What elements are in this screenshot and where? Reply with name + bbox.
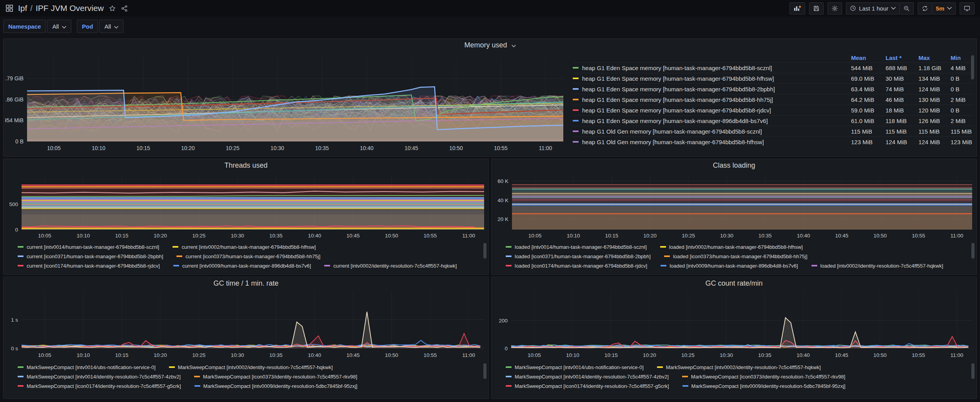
series-label: MarkSweepCompact [intv0014/ubs-notificat… [27, 364, 156, 370]
legend-column-header[interactable]: Max [918, 54, 951, 61]
legend-item[interactable]: loaded [intv0002/human-task-manager-6794… [660, 244, 803, 250]
zoom-out-button[interactable] [900, 2, 914, 14]
series-color-swatch [682, 376, 688, 377]
breadcrumb-folder[interactable]: Ipf [18, 4, 27, 13]
series-label: heap G1 Eden Space memory [human-task-ma… [582, 86, 775, 92]
legend-column-header[interactable]: Min [951, 54, 973, 61]
save-dashboard-button[interactable] [809, 2, 824, 14]
series-color-swatch [18, 385, 24, 387]
legend-item[interactable]: current [icon0174/human-task-manager-679… [18, 263, 160, 269]
legend-item[interactable]: MarkSweepCompact [intv0009/identity-reso… [194, 383, 358, 389]
panel-gc-time: GC time / 1 min. rate 10:0510:1010:1510:… [3, 277, 489, 399]
legend-item[interactable]: loaded [intv0002/identity-resolution-7c5… [811, 263, 943, 269]
refresh-button[interactable] [918, 2, 932, 14]
series-color-swatch [18, 376, 24, 377]
legend-item[interactable]: MarkSweepCompact [intv0014/ubs-notificat… [18, 364, 156, 370]
legend-item[interactable]: MarkSweepCompact [icon0174/identity-reso… [506, 383, 669, 389]
legend-item[interactable]: MarkSweepCompact [intv0009/identity-reso… [682, 383, 846, 389]
legend-item[interactable]: MarkSweepCompact [icon0373/identity-reso… [194, 374, 358, 380]
dashboard-grid-icon[interactable] [5, 4, 13, 12]
share-icon[interactable] [121, 5, 128, 12]
star-icon[interactable] [109, 5, 116, 12]
legend-scrollbar[interactable] [971, 55, 974, 80]
legend-item[interactable]: loaded [icon0371/human-task-manager-6794… [506, 254, 651, 259]
svg-text:10:35: 10:35 [315, 145, 329, 151]
series-label: loaded [intv0009/human-task-manager-896d… [670, 263, 798, 269]
legend-item[interactable]: MarkSweepCompact [intv0002/identity-reso… [657, 364, 821, 370]
svg-text:10:50: 10:50 [873, 352, 887, 358]
series-color-swatch [18, 366, 24, 368]
series-color-swatch [811, 265, 817, 266]
legend-item[interactable]: MarkSweepCompact [intv0014/ubs-notificat… [506, 364, 644, 370]
gc-time-chart[interactable]: 10:0510:1010:1510:2010:2510:3010:3510:40… [6, 286, 487, 367]
legend-mean-value: 61.0 MiB [851, 118, 886, 124]
legend-item[interactable]: current [icon0373/human-task-manager-679… [176, 254, 320, 259]
series-label: loaded [icon0373/human-task-manager-6794… [673, 254, 808, 259]
legend-item[interactable]: loaded [icon0373/human-task-manager-6794… [664, 254, 808, 259]
legend-max-value: 126 MiB [918, 118, 951, 124]
variable-namespace-select[interactable]: All [47, 20, 71, 33]
kiosk-tv-button[interactable] [960, 2, 975, 14]
legend-item[interactable]: current [intv0014/human-task-manager-679… [18, 244, 159, 250]
svg-text:1.86 GiB: 1.86 GiB [5, 96, 24, 103]
legend-scrollbar[interactable] [971, 243, 975, 259]
legend-item[interactable]: MarkSweepCompact [intv0002/identity-reso… [169, 364, 333, 370]
variable-pod-select[interactable]: All [99, 20, 123, 33]
legend-column-header[interactable]: Last * [886, 54, 918, 61]
legend-item[interactable]: loaded [icon0174/human-task-manager-6794… [506, 263, 647, 269]
legend-item[interactable]: MarkSweepCompact [intv0014/identity-reso… [506, 374, 669, 380]
legend-item[interactable]: MarkSweepCompact [intv0014/identity-reso… [18, 374, 181, 380]
legend-item[interactable]: MarkSweepCompact [icon0373/identity-reso… [682, 374, 846, 380]
time-range-picker[interactable]: Last 1 hour [846, 2, 900, 14]
legend-item[interactable]: loaded [intv0009/human-task-manager-896d… [661, 263, 798, 269]
panel-title-chevron-icon [512, 41, 516, 49]
legend-scrollbar[interactable] [483, 243, 486, 259]
legend-row[interactable]: heap G1 Old Gen memory [human-task-manag… [573, 136, 973, 147]
threads-used-chart[interactable]: 10:0510:1010:1510:2010:2510:3010:3510:40… [6, 172, 487, 241]
legend-row[interactable]: heap G1 Eden Space memory [human-task-ma… [573, 83, 973, 94]
legend-item[interactable]: MarkSweepCompact [icon0174/identity-reso… [18, 383, 181, 389]
legend-item[interactable]: current [icon0371/human-task-manager-679… [18, 254, 163, 259]
svg-text:10:45: 10:45 [835, 352, 848, 358]
legend-max-value: 134 MiB [918, 75, 951, 82]
panel-title-threads[interactable]: Threads used [4, 161, 488, 170]
series-label: current [icon0373/human-task-manager-679… [185, 254, 320, 259]
legend-item[interactable]: current [intv0009/human-task-manager-896… [173, 263, 311, 269]
legend-mean-value: 63.4 MiB [851, 86, 886, 92]
memory-used-chart[interactable]: 10:0510:1010:1510:2010:2510:3010:3510:40… [5, 53, 571, 156]
svg-text:11:00: 11:00 [950, 233, 963, 239]
panel-title-memory[interactable]: Memory used [4, 41, 976, 49]
legend-column-header[interactable]: Mean [851, 54, 886, 61]
panel-title-class-loading[interactable]: Class loading [492, 161, 976, 170]
svg-text:10:05: 10:05 [38, 352, 51, 358]
series-label: current [icon0174/human-task-manager-679… [27, 263, 160, 269]
legend-max-value: 1.18 GiB [918, 65, 951, 71]
series-label: MarkSweepCompact [intv0002/identity-reso… [666, 364, 821, 370]
svg-text:10:45: 10:45 [347, 233, 360, 239]
legend-item[interactable]: loaded [intv0014/human-task-manager-6794… [506, 244, 647, 250]
add-panel-button[interactable] [789, 2, 805, 14]
legend-item[interactable]: current [intv0002/human-task-manager-679… [172, 244, 316, 250]
dashboard-settings-button[interactable] [828, 2, 842, 14]
series-label: heap G1 Eden Space memory [human-task-ma… [582, 75, 774, 82]
series-color-swatch [573, 67, 579, 69]
legend-item[interactable]: current [intv0002/identity-resolution-7c… [324, 263, 457, 269]
legend-row[interactable]: heap G1 Eden Space memory [human-task-ma… [573, 62, 973, 73]
series-color-swatch [172, 246, 178, 248]
class-loading-chart[interactable]: 10:0510:1010:1510:2010:2510:3010:3510:40… [494, 172, 975, 241]
legend-scrollbar[interactable] [971, 363, 975, 379]
gc-count-chart[interactable]: 10:0510:1010:1510:2010:2510:3010:3510:40… [494, 286, 975, 367]
refresh-interval-picker[interactable]: 5m [932, 2, 956, 14]
svg-text:10:40: 10:40 [308, 352, 321, 358]
series-label: current [intv0009/human-task-manager-896… [182, 263, 311, 269]
series-color-swatch [194, 385, 200, 387]
legend-scrollbar[interactable] [483, 363, 486, 379]
svg-text:11:00: 11:00 [462, 233, 475, 239]
series-label: MarkSweepCompact [icon0174/identity-reso… [27, 383, 181, 389]
legend-row[interactable]: heap G1 Eden Space memory [human-task-ma… [573, 115, 973, 126]
legend-row[interactable]: heap G1 Old Gen memory [human-task-manag… [573, 126, 973, 136]
legend-row[interactable]: heap G1 Eden Space memory [human-task-ma… [573, 94, 973, 105]
legend-row[interactable]: heap G1 Eden Space memory [human-task-ma… [573, 105, 973, 115]
legend-row[interactable]: heap G1 Eden Space memory [human-task-ma… [573, 73, 973, 83]
series-label: MarkSweepCompact [icon0373/identity-reso… [203, 374, 358, 380]
